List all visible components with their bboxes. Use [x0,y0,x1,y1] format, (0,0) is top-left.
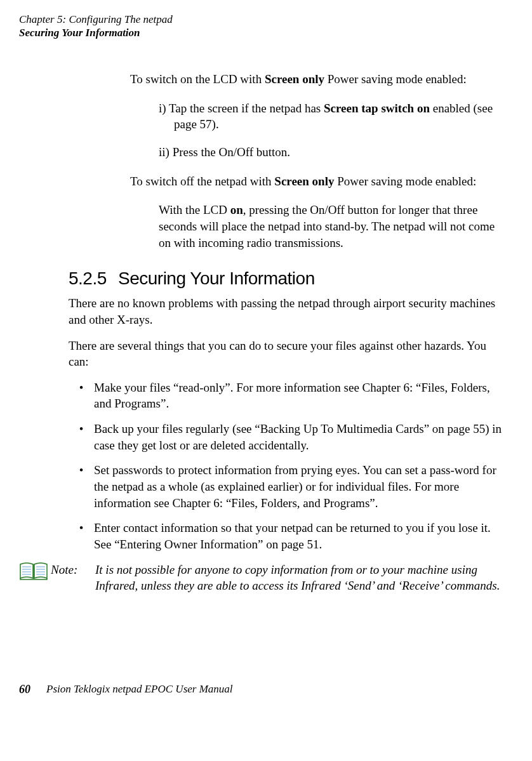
chapter-title: Chapter 5: Configuring The netpad [19,13,507,27]
list-item: • Set passwords to protect information f… [69,462,507,511]
bullet-marker: • [69,421,94,453]
page-footer: 60 Psion Teklogix netpad EPOC User Manua… [19,683,507,696]
list-item: ii) Press the On/Off button. [159,144,507,161]
heading-number: 5.2.5 [69,268,118,289]
text-bold: Screen only [265,72,324,86]
bullet-marker: • [69,462,94,511]
text: Power saving mode enabled: [334,175,476,188]
footer-manual-title: Psion Teklogix netpad EPOC User Manual [46,683,233,696]
book-icon [19,562,51,594]
page-content: Chapter 5: Configuring The netpad Securi… [0,0,532,722]
bullet-list: • Make your files “read-only”. For more … [69,380,507,553]
list-item: With the LCD on, pressing the On/Off but… [159,202,507,251]
list-item: • Enter contact information so that your… [69,520,507,552]
text: To switch on the LCD with [130,72,265,86]
body-paragraph: There are several things that you can do… [69,338,507,370]
section-heading: 5.2.5Securing Your Information [69,268,507,289]
bullet-marker: • [69,520,94,552]
bullet-text: Enter contact information so that your n… [94,520,507,552]
text-bold: Screen tap switch on [324,102,430,115]
text: i) Tap the screen if the netpad has [159,102,324,115]
body-paragraph: There are no known problems with passing… [69,295,507,328]
heading-title: Securing Your Information [118,268,315,288]
bullet-text: Back up your files regularly (see “Backi… [94,421,507,453]
list-item: i) Tap the screen if the netpad has Scre… [159,100,507,133]
text-bold: on [230,203,243,216]
note-label: Note: [51,562,95,594]
text-bold: Screen only [274,175,334,188]
list-item: • Make your files “read-only”. For more … [69,380,507,412]
list-item: • Back up your files regularly (see “Bac… [69,421,507,453]
page-header: Chapter 5: Configuring The netpad Securi… [19,13,507,39]
sub-list: i) Tap the screen if the netpad has Scre… [159,100,507,161]
note-text: It is not possible for anyone to copy in… [95,562,507,594]
text: To switch off the netpad with [130,175,274,188]
header-section-title: Securing Your Information [19,27,507,39]
sub-list: With the LCD on, pressing the On/Off but… [159,202,507,251]
bullet-marker: • [69,380,94,412]
note-block: Note: It is not possible for anyone to c… [19,562,507,594]
text: With the LCD [159,203,230,216]
bullet-text: Make your files “read-only”. For more in… [94,380,507,412]
page-number: 60 [19,683,30,696]
text: Power saving mode enabled: [324,72,467,86]
body-paragraph: To switch off the netpad with Screen onl… [130,173,507,190]
body-paragraph: To switch on the LCD with Screen only Po… [130,71,507,88]
bullet-text: Set passwords to protect information fro… [94,462,507,511]
